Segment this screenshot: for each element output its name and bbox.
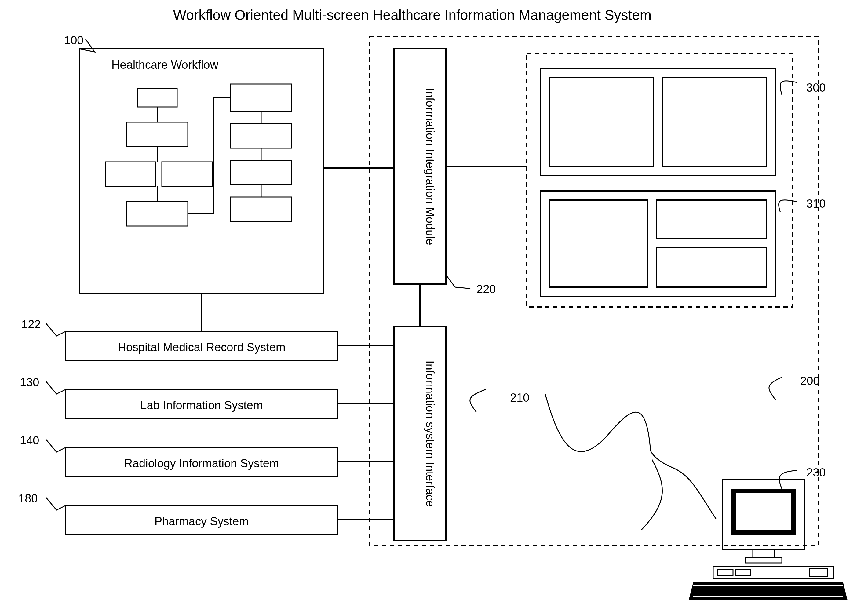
svg-rect-8 — [127, 202, 188, 226]
monitor-pair-top — [541, 69, 776, 175]
svg-rect-37 — [657, 247, 767, 287]
svg-rect-30 — [541, 69, 776, 175]
hmrs-label: Hospital Medical Record System — [118, 341, 285, 354]
svg-rect-35 — [550, 200, 648, 287]
pharmacy-block: Pharmacy System — [66, 506, 338, 534]
ref-122: 122 — [22, 318, 66, 336]
svg-rect-28 — [394, 327, 446, 541]
iim-label: Information Integration Module — [424, 88, 436, 245]
svg-marker-54 — [843, 582, 848, 600]
svg-rect-3 — [127, 122, 188, 147]
svg-rect-31 — [550, 78, 654, 166]
svg-rect-6 — [162, 162, 212, 186]
svg-text:210: 210 — [510, 391, 529, 404]
isi-label: Information system Interface — [424, 360, 436, 507]
svg-text:220: 220 — [476, 283, 496, 296]
ref-210: 210 — [470, 390, 530, 412]
iim-block: Information Integration Module — [394, 49, 446, 284]
ref-310: 310 — [779, 197, 826, 212]
svg-rect-13 — [231, 160, 292, 185]
svg-text:180: 180 — [18, 492, 37, 505]
patient-icon — [545, 394, 716, 530]
svg-rect-0 — [79, 49, 324, 293]
svg-rect-34 — [541, 191, 776, 296]
svg-rect-9 — [231, 84, 292, 112]
svg-rect-41 — [736, 493, 791, 530]
ref-180: 180 — [18, 492, 66, 510]
ref-200: 200 — [769, 374, 820, 400]
workstation-icon — [689, 480, 848, 600]
svg-rect-42 — [753, 550, 774, 557]
svg-text:140: 140 — [20, 434, 39, 447]
svg-rect-15 — [231, 197, 292, 222]
ref-140: 140 — [20, 434, 66, 452]
svg-rect-32 — [663, 78, 767, 166]
svg-text:230: 230 — [806, 466, 826, 479]
screens-enclosure — [527, 53, 792, 307]
svg-marker-53 — [689, 582, 693, 600]
ris-label: Radiology Information System — [124, 457, 279, 470]
healthcare-workflow-label: Healthcare Workflow — [112, 58, 219, 71]
svg-rect-45 — [718, 570, 733, 576]
svg-rect-11 — [231, 124, 292, 148]
svg-text:300: 300 — [806, 81, 826, 94]
svg-text:200: 200 — [800, 374, 820, 387]
ref-300: 300 — [780, 81, 826, 95]
lis-block: Lab Information System — [66, 390, 338, 419]
lis-label: Lab Information System — [140, 399, 263, 412]
enclosure-200 — [370, 37, 818, 545]
svg-rect-26 — [394, 49, 446, 284]
hmrs-block: Hospital Medical Record System — [66, 331, 338, 360]
svg-rect-48 — [693, 582, 843, 600]
svg-text:100: 100 — [64, 34, 84, 47]
monitor-group-bottom — [541, 191, 776, 296]
ref-130: 130 — [20, 376, 66, 394]
svg-rect-5 — [105, 162, 156, 186]
diagram-title: Workflow Oriented Multi-screen Healthcar… — [173, 7, 651, 23]
ref-220: 220 — [446, 275, 496, 296]
svg-rect-46 — [735, 570, 751, 576]
healthcare-workflow-block: Healthcare Workflow — [79, 49, 324, 293]
pharmacy-label: Pharmacy System — [155, 515, 249, 528]
isi-block: Information system Interface — [394, 327, 446, 541]
svg-rect-1 — [138, 88, 177, 107]
svg-text:122: 122 — [22, 318, 40, 331]
svg-rect-43 — [745, 557, 782, 563]
svg-text:310: 310 — [806, 197, 826, 210]
svg-rect-47 — [809, 569, 828, 577]
ris-block: Radiology Information System — [66, 447, 338, 476]
svg-rect-36 — [657, 200, 767, 238]
svg-text:130: 130 — [20, 376, 39, 389]
